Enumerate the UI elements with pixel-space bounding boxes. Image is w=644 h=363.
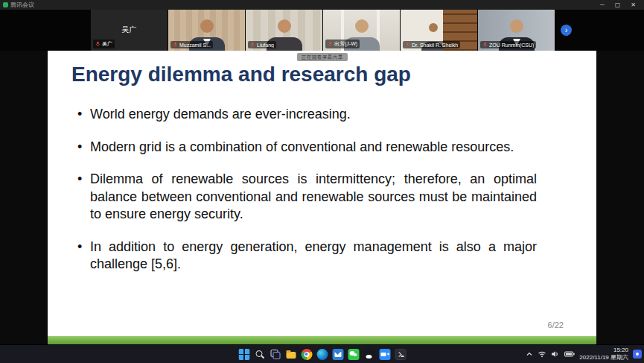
bullet-item-1: World energy demands are ever-increasing…	[77, 106, 537, 124]
participant-center-name: 吴广	[91, 24, 168, 34]
next-participants-button[interactable]: ›	[561, 25, 572, 36]
wifi-icon[interactable]	[538, 350, 546, 358]
window-controls: ─ ▢ ✕	[595, 0, 641, 10]
participant-tile-5[interactable]: Dr. Shakil R. Sheikh	[401, 10, 477, 51]
terminal-icon[interactable]	[395, 349, 406, 360]
silhouette-head	[200, 19, 214, 33]
qq-icon[interactable]	[363, 349, 374, 360]
taskbar-center-icons	[238, 345, 406, 363]
wechat-icon[interactable]	[348, 349, 359, 360]
mic-muted-icon	[482, 42, 488, 48]
titlebar-left: 腾讯会议	[3, 1, 34, 9]
taskbar-clock[interactable]: 15:20 2022/11/19 星期六	[579, 347, 628, 362]
meeting-app-icon	[3, 2, 8, 7]
silhouette-head	[429, 23, 438, 32]
notification-badge[interactable]	[633, 350, 642, 359]
participant-name-label: 出芳(J-W)	[325, 40, 360, 48]
participant-name: Liufang	[257, 42, 274, 48]
participant-name-label: Liufang	[248, 41, 276, 48]
participant-tile-4[interactable]: 出芳(J-W)	[323, 10, 400, 51]
slide-footer-bar	[48, 336, 596, 344]
slide-page-number: 6/22	[548, 321, 564, 329]
close-button[interactable]: ✕	[625, 0, 641, 10]
participant-name-label: Muzzamil S...	[170, 41, 213, 48]
start-icon[interactable]	[238, 349, 249, 360]
participant-name-label: Dr. Shakil R. Sheikh	[403, 41, 460, 48]
participant-tile-6[interactable]: ZOU Runmin(CSU)	[478, 10, 555, 51]
silhouette-head	[510, 19, 523, 33]
slide-title: Energy dilemma and research gap	[71, 63, 411, 86]
participant-tile-3[interactable]: Liufang	[246, 10, 322, 51]
task-view-icon[interactable]	[270, 349, 281, 360]
slide-bullet-list: World energy demands are ever-increasing…	[77, 106, 537, 288]
file-explorer-icon[interactable]	[285, 349, 296, 360]
mic-muted-icon	[173, 42, 178, 48]
tencent-meeting-icon[interactable]	[379, 349, 390, 360]
bullet-item-4: In addition to energy generation, energy…	[77, 239, 537, 274]
minimize-button[interactable]: ─	[595, 0, 610, 10]
chrome-icon[interactable]	[301, 349, 312, 360]
mic-muted-icon	[405, 42, 410, 48]
participant-name: 出芳(J-W)	[334, 40, 357, 48]
participant-name: 吴广	[102, 40, 112, 48]
mic-muted-icon	[328, 41, 333, 47]
volume-icon[interactable]	[551, 350, 560, 358]
bullet-item-2: Modern grid is a combination of conventi…	[77, 139, 537, 157]
system-tray: 15:20 2022/11/19 星期六	[526, 345, 642, 363]
silhouette-head	[355, 19, 369, 33]
edge-icon[interactable]	[316, 349, 328, 360]
participant-name-label: 吴广	[93, 40, 115, 48]
participant-name: Muzzamil S...	[179, 42, 211, 48]
participant-tile-1[interactable]: 吴广 吴广	[91, 10, 168, 51]
tray-time: 15:20	[579, 347, 628, 354]
share-banner[interactable]: 正在观看屏幕共享	[297, 53, 348, 61]
participant-name-label: ZOU Runmin(CSU)	[480, 41, 536, 48]
meeting-app-window: 腾讯会议 ─ ▢ ✕ 吴广 吴广 Muzzamil S...	[0, 0, 644, 363]
bullet-item-3: Dilemma of renewable sources is intermit…	[77, 171, 537, 224]
shared-screen-area: 正在观看屏幕共享 Energy dilemma and research gap…	[0, 51, 644, 344]
taskbar: 15:20 2022/11/19 星期六	[0, 344, 644, 363]
participant-name: Dr. Shakil R. Sheikh	[412, 42, 458, 48]
participant-name: ZOU Runmin(CSU)	[489, 42, 534, 48]
window-titlebar: 腾讯会议 ─ ▢ ✕	[0, 0, 644, 10]
maximize-button[interactable]: ▢	[610, 0, 626, 10]
tray-expand-chevron-icon[interactable]	[526, 350, 533, 358]
search-icon[interactable]	[254, 349, 265, 360]
silhouette-head	[278, 19, 291, 33]
window-title: 腾讯会议	[10, 1, 34, 9]
mic-muted-icon	[250, 42, 255, 48]
mic-muted-icon	[95, 41, 101, 47]
presentation-slide: 正在观看屏幕共享 Energy dilemma and research gap…	[48, 51, 596, 344]
battery-icon[interactable]	[564, 350, 575, 358]
participant-tile-2[interactable]: Muzzamil S...	[168, 10, 245, 51]
participant-video-strip: 吴广 吴广 Muzzamil S... Liufang	[0, 10, 644, 51]
tray-date: 2022/11/19 星期六	[579, 354, 628, 362]
mail-icon[interactable]	[332, 349, 343, 360]
